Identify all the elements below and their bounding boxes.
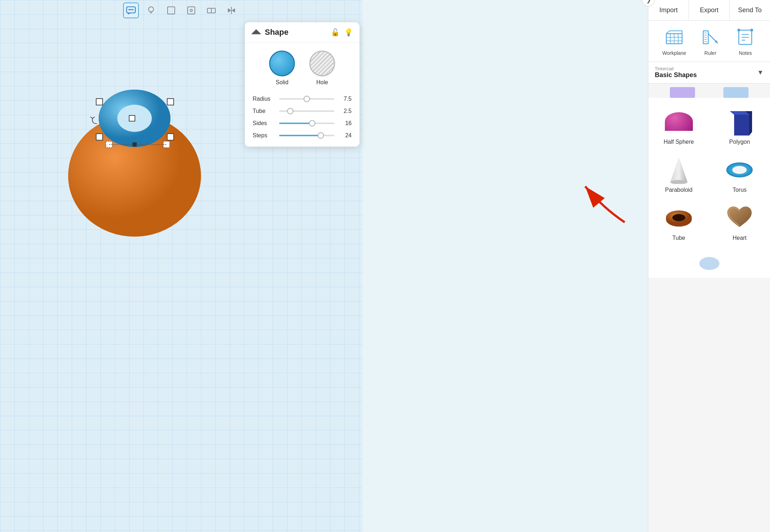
hole-button[interactable]: Hole xyxy=(309,51,335,86)
svg-marker-49 xyxy=(670,157,687,182)
top-toolbar xyxy=(0,0,362,21)
sides-value: 16 xyxy=(339,120,352,127)
svg-point-57 xyxy=(672,214,685,221)
svg-point-58 xyxy=(699,257,719,270)
shape-item-paraboloid[interactable]: Paraboloid xyxy=(648,149,709,198)
svg-point-45 xyxy=(750,29,753,32)
steps-label: Steps xyxy=(253,132,274,139)
notes-label: Notes xyxy=(739,50,752,56)
sides-fill xyxy=(279,123,312,124)
radius-thumb[interactable] xyxy=(304,96,310,102)
notes-tool[interactable]: Notes xyxy=(734,27,756,56)
action-bar: Import Export Send To xyxy=(648,0,770,21)
notes-icon xyxy=(734,27,756,48)
visibility-icon[interactable]: 💡 xyxy=(344,28,353,37)
send-to-label: Send To xyxy=(738,6,762,14)
svg-rect-6 xyxy=(188,7,195,14)
svg-point-11 xyxy=(68,115,201,237)
steps-slider[interactable] xyxy=(279,135,334,136)
mirror-icon[interactable] xyxy=(224,3,239,18)
tube-thumb[interactable] xyxy=(287,108,294,114)
svg-rect-17 xyxy=(167,99,174,105)
import-label: Import xyxy=(659,6,678,14)
tube-icon xyxy=(665,207,693,228)
tube-preview xyxy=(663,203,695,232)
svg-point-1 xyxy=(128,9,130,10)
shapes-scroll[interactable]: Half Sphere Polygon xyxy=(648,84,770,299)
lock-icon[interactable]: 🔓 xyxy=(331,28,340,37)
ruler-icon xyxy=(700,27,721,48)
svg-rect-8 xyxy=(207,8,211,13)
solid-label: Solid xyxy=(276,79,288,86)
panel-header-icons: 🔓 💡 xyxy=(331,28,353,37)
tube-label: Tube xyxy=(253,108,274,114)
half-sphere-preview xyxy=(663,107,695,136)
shape-item-polygon[interactable]: Polygon xyxy=(709,101,770,149)
group-icon[interactable] xyxy=(203,3,219,18)
export-button[interactable]: Export xyxy=(689,0,729,20)
svg-point-44 xyxy=(737,29,740,32)
polygon-icon xyxy=(727,108,752,136)
shape-panel-header: Shape 🔓 💡 xyxy=(245,22,360,43)
shape-item-tube[interactable]: Tube xyxy=(648,198,709,246)
align-icon[interactable] xyxy=(183,3,199,18)
radius-slider[interactable] xyxy=(279,98,334,100)
ruler-tool[interactable]: Ruler xyxy=(700,27,721,56)
sliders-section: Radius 7.5 Tube 2.5 Sides 16 Steps xyxy=(245,92,360,147)
ruler-label: Ruler xyxy=(704,50,716,56)
solid-circle-icon xyxy=(269,51,295,76)
solid-hole-row: Solid Hole xyxy=(245,43,360,92)
paraboloid-icon xyxy=(667,155,691,184)
shapes-category: Basic Shapes xyxy=(655,71,697,79)
shape-outline-icon[interactable] xyxy=(163,3,179,18)
steps-value: 24 xyxy=(339,132,352,139)
send-to-button[interactable]: Send To xyxy=(730,0,770,20)
sides-thumb[interactable] xyxy=(309,120,315,127)
shape-item-torus[interactable]: Torus xyxy=(709,149,770,198)
paraboloid-preview xyxy=(663,155,695,184)
polygon-label: Polygon xyxy=(729,139,750,145)
sides-slider[interactable] xyxy=(279,123,334,124)
svg-point-39 xyxy=(715,41,717,43)
shapes-brand: Tinkercad xyxy=(655,66,697,71)
shapes-header-text: Tinkercad Basic Shapes xyxy=(655,66,697,79)
svg-point-52 xyxy=(732,166,747,174)
radius-value: 7.5 xyxy=(339,96,352,102)
right-sidebar: ❯ Import Export Send To xyxy=(648,0,770,532)
hole-label: Hole xyxy=(316,79,328,86)
shape-item-heart[interactable]: Heart xyxy=(709,198,770,246)
svg-point-14 xyxy=(99,90,170,147)
workplane-tool[interactable]: Workplane xyxy=(662,27,686,56)
tube-label: Tube xyxy=(672,235,685,241)
svg-rect-16 xyxy=(96,99,103,105)
solid-button[interactable]: Solid xyxy=(269,51,295,86)
torus-icon xyxy=(725,160,754,180)
svg-rect-21 xyxy=(106,141,112,148)
half-sphere-label: Half Sphere xyxy=(664,139,694,145)
shape-item-half-sphere[interactable]: Half Sphere xyxy=(648,101,709,149)
svg-marker-46 xyxy=(734,115,749,136)
half-sphere-icon xyxy=(665,112,693,131)
steps-row: Steps 24 xyxy=(253,132,352,139)
tools-row: Workplane Ruler xyxy=(648,21,770,62)
tube-slider[interactable] xyxy=(279,110,334,112)
torus-preview xyxy=(723,155,756,184)
export-label: Export xyxy=(700,6,718,14)
workplane-label: Workplane xyxy=(662,50,686,56)
heart-preview xyxy=(723,203,756,232)
heart-icon xyxy=(725,205,754,231)
svg-rect-5 xyxy=(168,7,175,14)
steps-fill xyxy=(279,135,321,136)
shapes-dropdown-arrow-icon[interactable]: ▼ xyxy=(757,69,764,76)
light-bulb-icon[interactable] xyxy=(143,3,159,18)
steps-thumb[interactable] xyxy=(318,132,324,139)
svg-point-12 xyxy=(68,115,201,237)
svg-rect-18 xyxy=(96,134,103,140)
panel-collapse-button[interactable] xyxy=(251,27,261,37)
import-button[interactable]: Import xyxy=(648,0,689,20)
radius-row: Radius 7.5 xyxy=(253,96,352,102)
radius-label: Radius xyxy=(253,96,274,102)
comment-tool-icon[interactable] xyxy=(123,3,139,18)
sides-row: Sides 16 xyxy=(253,120,352,127)
shapes-grid: Half Sphere Polygon xyxy=(648,98,770,249)
